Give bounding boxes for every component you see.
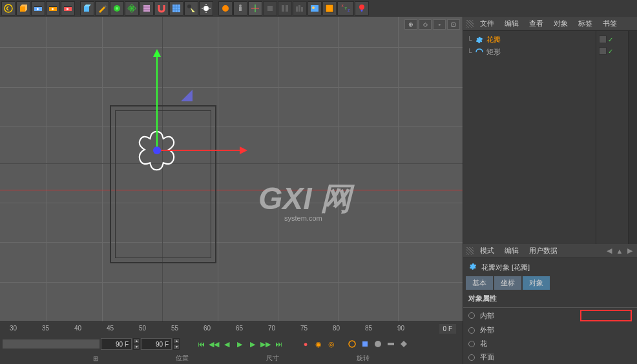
- undo-btn[interactable]: [1, 1, 16, 15]
- deformer-icon[interactable]: [110, 1, 124, 15]
- layer-tag[interactable]: [599, 35, 607, 43]
- render-icon[interactable]: [308, 1, 322, 15]
- tab-coord[interactable]: 坐标: [494, 276, 521, 290]
- attr-petals: 花: [463, 337, 637, 350]
- film2-icon[interactable]: [46, 1, 60, 15]
- svg-rect-44: [326, 5, 333, 12]
- menu-file[interactable]: 文件: [476, 19, 498, 28]
- viewport[interactable]: ⊕ ◇ ▫ ⊡: [0, 17, 463, 321]
- cloth-icon[interactable]: [140, 1, 154, 15]
- vp-widget-2[interactable]: ◇: [419, 19, 432, 30]
- cube-icon[interactable]: [16, 1, 30, 15]
- vp-widget-4[interactable]: ⊡: [447, 19, 460, 30]
- radio-icon[interactable]: [468, 341, 475, 347]
- atom-icon[interactable]: [125, 1, 139, 15]
- current-frame: 0 F: [439, 324, 456, 334]
- key-pla-icon[interactable]: [398, 338, 410, 350]
- menu-tags[interactable]: 标签: [574, 19, 596, 28]
- frame-end-input[interactable]: [141, 338, 172, 350]
- prev-frame-icon[interactable]: ◀: [221, 338, 233, 350]
- goto-end-icon[interactable]: ⏭: [273, 338, 284, 350]
- floor-icon[interactable]: [169, 1, 183, 15]
- snap1-icon[interactable]: [263, 1, 277, 15]
- play-fwd-icon[interactable]: ▶: [234, 338, 245, 350]
- tab-object[interactable]: 对象: [523, 276, 550, 290]
- record-icon[interactable]: [355, 1, 369, 15]
- tab-basic[interactable]: 基本: [466, 276, 493, 290]
- svg-point-43: [312, 6, 315, 9]
- vp-widget-3[interactable]: ▫: [433, 19, 446, 30]
- film1-icon[interactable]: [31, 1, 45, 15]
- svg-point-0: [5, 5, 12, 12]
- gizmo-plane[interactable]: [181, 90, 193, 101]
- svg-rect-40: [298, 5, 300, 12]
- obj-item-rect[interactable]: └ 矩形: [466, 46, 593, 58]
- key-pos-icon[interactable]: [346, 338, 358, 350]
- menu-object[interactable]: 对象: [550, 19, 572, 28]
- red-guideline: [0, 190, 463, 190]
- key-param-icon[interactable]: [385, 338, 397, 350]
- nav-up-icon[interactable]: ▲: [615, 247, 624, 256]
- nav-back-icon[interactable]: ◀: [605, 247, 614, 256]
- key-options-icon[interactable]: ◎: [326, 338, 337, 350]
- radio-icon[interactable]: [468, 354, 475, 361]
- primitive-icon[interactable]: [80, 1, 94, 15]
- menu-mode[interactable]: 模式: [476, 246, 498, 256]
- svg-point-32: [239, 5, 242, 7]
- light-icon[interactable]: [199, 1, 213, 15]
- snap2-icon[interactable]: [278, 1, 292, 15]
- menu-userdata[interactable]: 用户数据: [525, 246, 561, 256]
- gizmo-center[interactable]: [153, 147, 161, 154]
- grip-icon[interactable]: [466, 247, 474, 255]
- timeline-scrollbar[interactable]: [3, 339, 99, 349]
- attr-section-header: 对象属性: [463, 290, 637, 308]
- highlighted-input[interactable]: [580, 310, 632, 321]
- prev-key-icon[interactable]: ◀◀: [208, 338, 220, 350]
- menu-edit[interactable]: 编辑: [501, 246, 523, 256]
- radio-icon[interactable]: [468, 327, 475, 334]
- viewport-container: ⊕ ◇ ▫ ⊡: [0, 17, 463, 364]
- svg-rect-52: [388, 343, 394, 345]
- grip-icon[interactable]: [466, 20, 474, 28]
- frame-start-input[interactable]: [101, 338, 132, 350]
- menu-view[interactable]: 查看: [525, 19, 547, 28]
- next-frame-icon[interactable]: ▶: [247, 338, 258, 350]
- spotlight-icon[interactable]: [184, 1, 198, 15]
- magnet-icon[interactable]: [154, 1, 169, 15]
- spin-down[interactable]: ▾: [133, 344, 140, 350]
- attr-outer-radius: 外部: [463, 323, 637, 337]
- snap3-icon[interactable]: [293, 1, 307, 15]
- autokey-icon[interactable]: ◉: [313, 338, 324, 350]
- record-key-icon[interactable]: ●: [300, 338, 311, 350]
- film3-icon[interactable]: [61, 1, 75, 15]
- svg-rect-42: [311, 5, 318, 12]
- timeline-ruler[interactable]: 30 35 40 45 50 55 60 65 70 75 80 85 90 0…: [0, 321, 463, 336]
- layer-tag[interactable]: [599, 47, 607, 55]
- goto-start-icon[interactable]: ⏮: [195, 338, 207, 350]
- visible-check-icon[interactable]: ✓: [608, 36, 613, 43]
- obj-scrollbar[interactable]: [628, 31, 637, 244]
- visible-check-icon[interactable]: ✓: [608, 48, 613, 55]
- svg-text:Z: Z: [348, 9, 350, 12]
- svg-rect-17: [143, 5, 150, 12]
- vp-widget-1[interactable]: ⊕: [404, 19, 417, 30]
- next-key-icon[interactable]: ▶▶: [260, 338, 271, 350]
- attr-inner-radius: 内部: [463, 308, 637, 323]
- gizmo-y-axis[interactable]: [156, 50, 158, 150]
- radio-icon[interactable]: [468, 312, 475, 319]
- axis-icon[interactable]: [248, 1, 262, 15]
- svg-rect-38: [286, 5, 288, 12]
- key-rot-icon[interactable]: [372, 338, 384, 350]
- menu-edit[interactable]: 编辑: [501, 19, 523, 28]
- spin-up[interactable]: ▴: [133, 338, 140, 344]
- figure-icon[interactable]: [233, 1, 247, 15]
- key-scale-icon[interactable]: [359, 338, 371, 350]
- render-region-icon[interactable]: [322, 1, 337, 15]
- obj-item-petal[interactable]: └ 花瓣: [466, 34, 593, 46]
- sun-icon[interactable]: [218, 1, 233, 15]
- nav-fwd-icon[interactable]: ▶: [625, 247, 634, 256]
- pen-icon[interactable]: [95, 1, 109, 15]
- gizmo-x-axis[interactable]: [157, 150, 246, 151]
- xyz-icon[interactable]: XYZ: [337, 1, 354, 15]
- menu-bookmarks[interactable]: 书签: [599, 19, 621, 28]
